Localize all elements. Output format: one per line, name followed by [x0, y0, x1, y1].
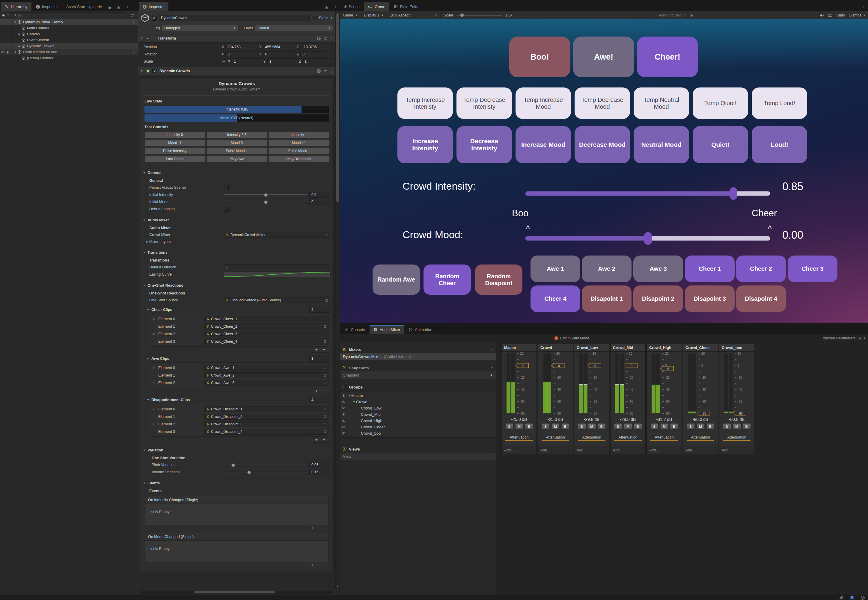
temp-button-temp-increase-intenisty[interactable]: Temp Increase Intenisty [398, 88, 453, 119]
eye-icon[interactable] [340, 419, 347, 423]
audio-clip-field[interactable]: Crowd_Disapoint_4⊙ [205, 429, 328, 435]
add-snapshot-button[interactable]: + [491, 365, 493, 371]
foldout-disappointment-clips[interactable]: ▼Disappointment Clips4 [140, 396, 333, 403]
pitch-variation-slider[interactable] [224, 462, 308, 468]
solo-button[interactable]: S [542, 423, 550, 430]
drag-handle-icon[interactable]: = [150, 317, 156, 321]
audio-clip-field[interactable]: Crowd_Cheer_1⊙ [205, 316, 328, 322]
add-element-button[interactable]: + [315, 437, 318, 442]
clip-button-disapoint-3[interactable]: Disapoint 3 [685, 285, 734, 312]
foldout-arrow-icon[interactable]: ▼ [13, 21, 17, 24]
crowd-intensity-slider[interactable] [525, 191, 770, 195]
add-effect-button[interactable]: Add... [538, 446, 573, 454]
audio-clip-field[interactable]: Crowd_Awe_1⊙ [205, 365, 328, 371]
object-picker-icon[interactable]: ⊙ [323, 422, 327, 426]
tab-inspector-secondary[interactable]: i Inspector [32, 2, 62, 11]
object-picker-icon[interactable]: ⊙ [323, 407, 327, 411]
create-dropdown-icon[interactable]: ▼ [7, 14, 9, 17]
stats-button[interactable]: Stats [836, 13, 845, 17]
test-button-mood-1[interactable]: Mood -1 [144, 139, 205, 146]
gizmos-dropdown[interactable]: Gizmos▼ [849, 13, 866, 17]
channel-strip-crowd-mid[interactable]: Crowd_Mid200-20-40-60-800-28.8 dBSMBAtte… [610, 344, 646, 454]
bypass-button[interactable]: B [670, 423, 678, 430]
rotation-y-field[interactable]: 0 [263, 51, 295, 57]
solo-button[interactable]: S [687, 423, 695, 430]
edit-in-play-mode-button[interactable]: Edit in Play Mode [554, 334, 589, 342]
test-button-pulse-mood-[interactable]: Pulse Mood - [269, 148, 329, 154]
add-mixer-button[interactable]: + [491, 347, 493, 352]
attenuation-db-readout[interactable]: -80.0 dB [683, 416, 718, 423]
drag-handle-icon[interactable]: = [150, 430, 156, 434]
group-row-crowd-low[interactable]: Crowd_Low [340, 405, 496, 411]
hierarchy-item-dynamiccrowds[interactable]: ▶DynamicCrowds [0, 43, 138, 49]
object-picker-icon[interactable]: ⊙ [323, 365, 327, 370]
eye-icon[interactable] [340, 400, 347, 404]
group-row-crowd-boo[interactable]: Crowd_boo [340, 430, 496, 436]
audio-clip-field[interactable]: Crowd_Disapoint_3⊙ [205, 421, 328, 427]
debug-bug-icon[interactable] [690, 13, 694, 17]
mute-button[interactable]: M [588, 423, 596, 430]
random-button-random-disapoint[interactable]: Random Disapoint [475, 265, 522, 295]
foldout-arrow-icon[interactable]: ▼ [146, 398, 150, 402]
volume-marker[interactable]: -80 [696, 411, 710, 416]
solo-button[interactable]: S [614, 423, 622, 430]
attenuation-effect-slot[interactable]: Attenuation [574, 433, 609, 441]
tab-animation[interactable]: Animation [405, 325, 436, 334]
foldout-arrow-icon[interactable]: ▶ [17, 33, 21, 36]
drag-handle-icon[interactable]: = [150, 373, 156, 377]
temp-button-temp-decrease-mood[interactable]: Temp Decrease Mood [575, 88, 630, 119]
mute-audio-icon[interactable] [819, 13, 824, 18]
drag-handle-icon[interactable]: = [150, 332, 156, 336]
exposed-parameters-dropdown[interactable]: Exposed Parameters (5)▼ [816, 334, 866, 342]
slider-knob[interactable] [247, 471, 251, 474]
clip-button-disapoint-2[interactable]: Disapoint 2 [633, 285, 683, 312]
tab-field-editor[interactable]: Field Editor [390, 2, 424, 11]
mute-button[interactable]: M [551, 423, 560, 430]
drag-handle-icon[interactable]: = [150, 381, 156, 385]
list-element-row[interactable]: =Element 0Crowd_Awe_1⊙ [150, 364, 328, 371]
object-picker-icon[interactable]: ⊙ [323, 339, 327, 344]
clip-button-cheer-3[interactable]: Cheer 3 [788, 256, 838, 282]
clip-button-awe-2[interactable]: Awe 2 [582, 256, 631, 282]
bypass-button[interactable]: B [706, 423, 715, 430]
kebab-menu-icon[interactable]: ⋮ [131, 50, 135, 55]
group-row-crowd-high[interactable]: Crowd_High [340, 418, 496, 424]
test-button-mood-1[interactable]: Mood +1 [269, 139, 329, 146]
add-effect-button[interactable]: Add... [683, 446, 718, 454]
clip-button-awe-1[interactable]: Awe 1 [531, 256, 580, 282]
channel-strip-master[interactable]: Master200-20-40-60-800-25.0 dBSMBAttenua… [501, 344, 537, 454]
foldout-arrow-icon[interactable]: ▼ [140, 70, 144, 73]
scale-z-field[interactable]: 1 [302, 58, 332, 64]
persist-checkbox[interactable] [224, 185, 229, 190]
reaction-button-cheer[interactable]: Cheer! [637, 36, 698, 77]
add-listener-button[interactable]: + [311, 526, 314, 530]
audio-clip-field[interactable]: Crowd_Awe_3⊙ [205, 380, 328, 386]
eye-icon[interactable] [1, 50, 5, 54]
foldout-one-shot-reactions[interactable]: ▼One-Shot Reactions [140, 282, 333, 289]
mixer-layers-foldout[interactable]: ▶Mixer Layers [140, 238, 333, 245]
snapshot-list-item[interactable]: Snapshot ★ [340, 371, 496, 379]
add-view-button[interactable]: + [491, 446, 493, 452]
attenuation-db-readout[interactable]: -25.0 dB [538, 416, 573, 423]
scale-y-field[interactable]: 1 [267, 58, 297, 64]
clip-button-disapoint-1[interactable]: Disapoint 1 [582, 285, 631, 312]
object-picker-icon[interactable]: ⊙ [323, 373, 327, 377]
list-element-row[interactable]: =Element 1Crowd_Cheer_2⊙ [150, 323, 328, 330]
foldout-arrow-icon[interactable]: ▼ [352, 400, 356, 403]
debug-logging-checkbox[interactable] [224, 207, 229, 212]
rotation-x-field[interactable]: 0 [225, 51, 257, 57]
attenuation-db-readout[interactable]: -29.8 dB [574, 416, 609, 423]
add-element-button[interactable]: + [315, 347, 318, 352]
eye-icon[interactable] [340, 431, 347, 435]
foldout-transitions[interactable]: ▼Transitions [140, 249, 333, 256]
scale-x-field[interactable]: 1 [232, 58, 261, 64]
one-shot-source-field[interactable]: OneShotSource (Audio Source) ⊙ [224, 297, 330, 303]
drag-handle-icon[interactable]: = [150, 339, 156, 344]
vsync-grid-icon[interactable] [828, 13, 832, 18]
remove-element-button[interactable]: − [323, 388, 325, 393]
help-icon[interactable]: ? [317, 69, 321, 73]
help-icon[interactable]: ? [317, 36, 321, 41]
object-picker-icon[interactable]: ⊙ [323, 414, 327, 419]
add-effect-button[interactable]: Add... [610, 446, 645, 454]
audio-clip-field[interactable]: Crowd_Disapoint_1⊙ [205, 406, 328, 412]
